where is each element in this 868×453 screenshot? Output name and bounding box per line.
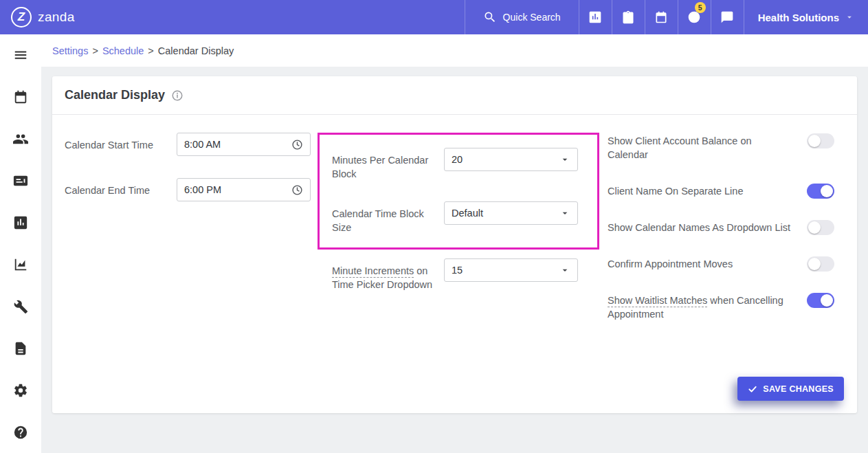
calendar-start-time-label: Calendar Start Time: [65, 133, 177, 152]
client-name-toggle[interactable]: [807, 184, 834, 199]
save-changes-label: SAVE CHANGES: [763, 384, 834, 394]
dropdown-column: Minutes Per Calendar Block 20 Calendar T…: [318, 133, 599, 342]
sidebar-item-billing[interactable]: [12, 173, 29, 189]
page-title: Calendar Display: [65, 88, 165, 102]
check-icon: [748, 384, 757, 394]
toggle-row-waitlist-matches: Show Waitlist Matches when Cancelling Ap…: [608, 292, 834, 322]
breadcrumb-schedule[interactable]: Schedule: [102, 45, 144, 56]
sidebar-item-calendar[interactable]: [12, 89, 29, 105]
left-sidebar: [0, 34, 41, 453]
id-card-icon: [13, 173, 28, 188]
time-block-size-label: Calendar Time Block Size: [332, 201, 444, 234]
main-area: Calendar Display Calendar Start Time 8:0…: [41, 67, 868, 453]
minute-increments-value: 15: [452, 265, 463, 276]
toggle-row-client-name: Client Name On Separate Line: [608, 183, 834, 199]
minute-increments-label: Minute Increments on Time Picker Dropdow…: [332, 258, 444, 291]
toggle-column: Show Client Account Balance on Calendar …: [608, 133, 834, 342]
save-changes-button[interactable]: SAVE CHANGES: [737, 377, 844, 401]
account-name: Health Solutions: [758, 12, 839, 23]
bar-chart-icon: [13, 215, 28, 230]
client-name-toggle-label: Client Name On Separate Line: [608, 183, 743, 198]
toggle-row-calendar-names: Show Calendar Names As Dropdown List: [608, 219, 834, 235]
calendar-end-time-input[interactable]: 6:00 PM: [177, 178, 311, 201]
messages-button[interactable]: [711, 0, 744, 34]
calendar-start-time-value: 8:00 AM: [184, 139, 221, 150]
chevron-down-icon: [559, 208, 570, 219]
calendar-names-toggle-label: Show Calendar Names As Dropdown List: [608, 219, 790, 234]
toggle-row-account-balance: Show Client Account Balance on Calendar: [608, 133, 834, 162]
minutes-per-block-select[interactable]: 20: [444, 148, 578, 171]
sidebar-item-analytics[interactable]: [12, 256, 29, 273]
calendar-icon: [654, 10, 668, 24]
highlight-annotation-box: Minutes Per Calendar Block 20 Calendar T…: [318, 133, 599, 250]
brand-name: zanda: [38, 10, 75, 25]
bar-chart-icon: [588, 10, 602, 24]
calendar-display-card: Calendar Display Calendar Start Time 8:0…: [52, 76, 857, 413]
calendar-end-time-row: Calendar End Time 6:00 PM: [65, 178, 318, 201]
notes-button[interactable]: [612, 0, 645, 34]
sidebar-item-documents[interactable]: [12, 340, 29, 357]
breadcrumb: Settings > Schedule > Calendar Display: [41, 34, 868, 67]
minute-increments-select[interactable]: 15: [444, 258, 578, 282]
time-block-size-value: Default: [452, 208, 483, 219]
sidebar-item-reports[interactable]: [12, 214, 29, 231]
breadcrumb-separator: >: [148, 45, 153, 56]
sidebar-item-clients[interactable]: [12, 131, 29, 147]
sidebar-item-tools[interactable]: [12, 298, 29, 315]
account-balance-toggle-label: Show Client Account Balance on Calendar: [608, 133, 792, 162]
brand-logo[interactable]: Z zanda: [0, 0, 86, 34]
card-header: Calendar Display: [52, 76, 857, 115]
calendar-button[interactable]: [645, 0, 678, 34]
card-footer: SAVE CHANGES: [52, 377, 857, 413]
minutes-per-block-row: Minutes Per Calendar Block 20: [332, 148, 585, 181]
clipboard-icon: [621, 10, 635, 24]
calendar-start-time-input[interactable]: 8:00 AM: [177, 133, 311, 156]
gear-icon: [13, 383, 28, 398]
search-icon: [483, 10, 497, 24]
calendar-start-time-row: Calendar Start Time 8:00 AM: [65, 133, 318, 156]
calendar-icon: [13, 89, 28, 104]
clock-icon: [291, 139, 303, 151]
wrench-icon: [13, 299, 28, 314]
minute-increments-row: Minute Increments on Time Picker Dropdow…: [318, 258, 599, 291]
calendar-names-toggle[interactable]: [807, 220, 834, 235]
breadcrumb-current: Calendar Display: [158, 45, 234, 56]
top-bar: Z zanda Quick Search 5 Health Solutions: [0, 0, 868, 34]
waitlist-matches-toggle-label: Show Waitlist Matches when Cancelling Ap…: [608, 292, 792, 322]
people-icon: [13, 131, 28, 146]
waitlist-matches-toggle[interactable]: [807, 293, 834, 308]
minutes-per-block-value: 20: [452, 154, 463, 165]
time-column: Calendar Start Time 8:00 AM Calendar End…: [65, 133, 318, 342]
sidebar-item-help[interactable]: [12, 424, 29, 441]
confirm-moves-toggle[interactable]: [807, 256, 834, 272]
toggle-row-confirm-moves: Confirm Appointment Moves: [608, 256, 834, 272]
minute-increments-label-underlined: Minute Increments: [332, 265, 414, 278]
account-menu[interactable]: Health Solutions: [744, 0, 868, 34]
zanda-logo-icon: Z: [11, 7, 32, 27]
help-icon: [13, 425, 28, 440]
document-icon: [13, 341, 28, 356]
chevron-down-icon: [845, 12, 854, 22]
reports-button[interactable]: [579, 0, 612, 34]
time-block-size-row: Calendar Time Block Size Default: [332, 201, 585, 234]
time-block-size-select[interactable]: Default: [444, 201, 578, 225]
timer-button[interactable]: 5: [678, 0, 711, 34]
calendar-end-time-label: Calendar End Time: [65, 178, 177, 197]
area-chart-icon: [13, 257, 28, 272]
calendar-end-time-value: 6:00 PM: [184, 184, 221, 195]
hamburger-menu-icon: [13, 47, 28, 63]
notification-badge: 5: [695, 2, 706, 13]
minutes-per-block-label: Minutes Per Calendar Block: [332, 148, 444, 181]
quick-search-label: Quick Search: [503, 12, 561, 23]
chevron-down-icon: [559, 154, 570, 165]
sidebar-menu-button[interactable]: [12, 47, 29, 63]
breadcrumb-separator: >: [92, 45, 98, 56]
chevron-down-icon: [559, 265, 570, 276]
waitlist-matches-label-underlined: Show Waitlist Matches: [608, 295, 707, 307]
info-icon[interactable]: [171, 89, 183, 102]
breadcrumb-settings[interactable]: Settings: [52, 45, 88, 56]
settings-form: Calendar Start Time 8:00 AM Calendar End…: [52, 115, 857, 342]
quick-search-button[interactable]: Quick Search: [465, 0, 579, 34]
account-balance-toggle[interactable]: [807, 133, 834, 148]
sidebar-item-settings[interactable]: [12, 382, 29, 399]
